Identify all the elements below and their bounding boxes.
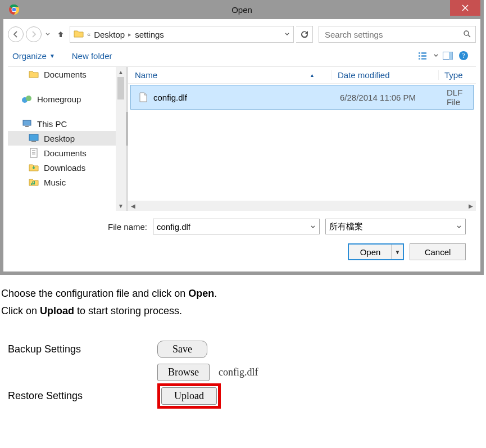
upload-button[interactable]: Upload — [161, 387, 217, 405]
close-button[interactable] — [450, 0, 480, 16]
breadcrumb-ellipsis: « — [87, 31, 90, 38]
music-icon — [28, 177, 39, 187]
sidebar-item-label: This PC — [37, 119, 67, 129]
arrow-left-icon — [12, 30, 20, 38]
restore-row: Restore Settings Upload — [8, 383, 478, 409]
save-button[interactable]: Save — [157, 341, 207, 358]
sidebar: Documents Homegroup This PC Desktop — [8, 67, 126, 211]
organize-menu[interactable]: Organize ▼ — [12, 51, 55, 61]
scroll-left-icon[interactable]: ◀ — [128, 203, 138, 209]
sidebar-item-homegroup[interactable]: Homegroup — [8, 92, 126, 106]
splitter-handle[interactable] — [126, 112, 128, 146]
forward-button[interactable] — [26, 26, 42, 42]
column-name[interactable]: Name ▲ — [135, 70, 331, 80]
titlebar: Open — [3, 0, 480, 19]
sidebar-item-downloads[interactable]: Downloads — [8, 160, 126, 175]
browse-row: Browse config.dlf — [8, 364, 478, 381]
refresh-button[interactable] — [296, 26, 313, 43]
column-headers: Name ▲ Date modified Type — [128, 67, 476, 84]
horizontal-scrollbar[interactable]: ◀ ▶ — [128, 201, 476, 211]
sort-indicator-icon: ▲ — [310, 73, 315, 78]
file-icon — [138, 92, 149, 102]
file-list-area: Name ▲ Date modified Type config.dlf 6/2… — [126, 67, 476, 211]
recent-dropdown[interactable] — [44, 26, 52, 42]
desktop-icon — [28, 133, 39, 143]
instruction-text: Choose the configuration file and click … — [0, 275, 486, 324]
svg-rect-20 — [30, 148, 37, 157]
open-button[interactable]: Open ▼ — [348, 243, 404, 260]
filetype-field[interactable]: 所有檔案 — [325, 219, 466, 234]
open-split-dropdown[interactable]: ▼ — [392, 245, 403, 259]
sidebar-item-label: Music — [44, 178, 66, 187]
filename-value: config.dlf — [157, 222, 190, 232]
homegroup-icon — [21, 94, 33, 104]
breadcrumb-desktop[interactable]: Desktop — [94, 30, 125, 39]
file-browser-body: Documents Homegroup This PC Desktop — [8, 67, 476, 211]
organize-label: Organize — [12, 51, 47, 61]
list-view-icon — [418, 51, 430, 60]
filetype-value: 所有檔案 — [329, 221, 363, 232]
file-type: DLF File — [441, 88, 466, 107]
svg-rect-17 — [25, 126, 29, 127]
filename-field[interactable]: config.dlf — [153, 219, 320, 234]
svg-rect-8 — [419, 58, 420, 60]
column-type[interactable]: Type — [438, 70, 469, 80]
search-input[interactable] — [324, 29, 463, 40]
open-label: Open — [349, 247, 392, 257]
svg-rect-19 — [31, 141, 36, 142]
search-box[interactable] — [319, 26, 476, 43]
instruction-line-2: Click on Upload to start storing process… — [1, 302, 485, 320]
scroll-down-icon[interactable]: ▼ — [116, 201, 126, 211]
dialog-footer: File name: config.dlf 所有檔案 Open ▼ Cancel — [8, 211, 476, 267]
sidebar-item-label: Documents — [44, 148, 87, 158]
svg-rect-18 — [29, 134, 38, 141]
file-row[interactable]: config.dlf 6/28/2014 11:06 PM DLF File — [130, 85, 474, 110]
cancel-button[interactable]: Cancel — [410, 243, 466, 260]
back-button[interactable] — [8, 26, 24, 42]
preview-pane-button[interactable] — [440, 48, 456, 63]
browse-button[interactable]: Browse — [157, 364, 210, 381]
search-icon — [463, 30, 471, 39]
sidebar-item-label: Documents — [44, 70, 87, 79]
button-row: Open ▼ Cancel — [18, 243, 466, 260]
instruction-line-1: Choose the configuration file and click … — [1, 285, 485, 302]
view-mode-button[interactable] — [416, 48, 432, 63]
scroll-up-icon[interactable]: ▲ — [116, 67, 126, 77]
backup-label: Backup Settings — [8, 343, 148, 355]
address-bar[interactable]: « Desktop ▸ settings — [70, 26, 294, 43]
settings-form: Backup Settings Save Browse config.dlf R… — [0, 324, 486, 409]
svg-point-15 — [26, 96, 31, 101]
sidebar-item-desktop[interactable]: Desktop — [8, 131, 126, 146]
breadcrumb-settings[interactable]: settings — [135, 30, 164, 39]
file-date: 6/28/2014 11:06 PM — [334, 93, 441, 102]
close-icon — [462, 4, 469, 11]
sidebar-item-documents[interactable]: Documents — [8, 67, 126, 82]
svg-rect-9 — [421, 58, 426, 60]
up-button[interactable] — [54, 26, 67, 42]
preview-pane-icon — [443, 52, 453, 60]
scroll-right-icon[interactable]: ▶ — [466, 203, 476, 209]
column-date[interactable]: Date modified — [331, 70, 438, 80]
new-folder-button[interactable]: New folder — [72, 51, 112, 61]
sidebar-scrollbar[interactable]: ▲ ▼ — [116, 67, 126, 211]
downloads-icon — [28, 162, 39, 173]
sidebar-item-music[interactable]: Music — [8, 175, 126, 189]
chevron-down-icon — [46, 32, 50, 37]
file-name: config.dlf — [153, 93, 187, 102]
refresh-icon — [301, 30, 308, 38]
scroll-thumb[interactable] — [117, 77, 124, 99]
chevron-down-icon: ▼ — [49, 53, 55, 59]
help-button[interactable]: ? — [456, 48, 471, 63]
filename-row: File name: config.dlf 所有檔案 — [18, 219, 466, 234]
chevron-right-icon: ▸ — [128, 31, 131, 38]
arrow-right-icon — [30, 30, 38, 38]
chevron-down-icon — [310, 222, 316, 232]
view-dropdown[interactable] — [432, 48, 440, 63]
sidebar-item-documents-2[interactable]: Documents — [8, 146, 126, 160]
svg-rect-6 — [419, 55, 420, 57]
chevron-down-icon[interactable] — [284, 30, 290, 39]
sidebar-item-this-pc[interactable]: This PC — [8, 116, 126, 131]
sidebar-item-label: Downloads — [44, 163, 85, 173]
svg-rect-5 — [421, 52, 426, 54]
column-label: Name — [135, 70, 157, 80]
